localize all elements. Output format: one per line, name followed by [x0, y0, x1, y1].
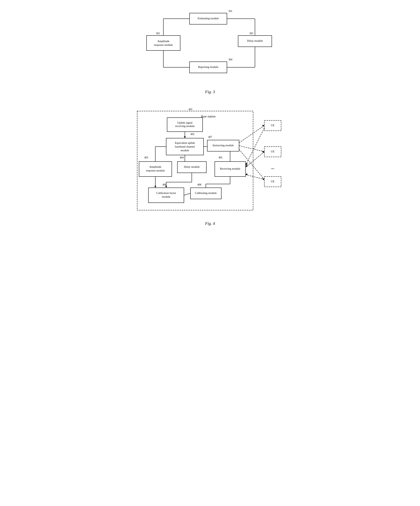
- n407-label: 407: [208, 136, 212, 138]
- dashed-ue3-recv: [246, 175, 264, 179]
- line-delay-calib-head: [165, 186, 167, 188]
- n304-label: 304: [228, 58, 232, 61]
- equiv-line2: baseband channel: [175, 145, 195, 148]
- n301-label: 301: [228, 10, 232, 13]
- calib-line2: module: [162, 195, 170, 198]
- fig4-container: Base station 401 Uplink signal receiving…: [133, 102, 287, 226]
- fig3-caption: Fig. 3: [137, 89, 283, 94]
- n403-label: 403: [144, 156, 148, 159]
- arrow-uplink-equiv-head: [184, 136, 186, 138]
- amplitude-line2: response module: [154, 43, 173, 46]
- delay-module-label: Delay module: [247, 39, 263, 42]
- amplitude-line1: Amplitude: [157, 40, 169, 43]
- n303-label: 303: [249, 32, 253, 35]
- n401-label: 401: [189, 108, 192, 111]
- reporting-module-label: Reporting module: [198, 66, 218, 68]
- delay4-label: Delay module: [184, 165, 200, 168]
- amp4-line2: response module: [146, 169, 165, 172]
- n405-label: 405: [218, 156, 223, 159]
- equiv-line3: module: [181, 149, 189, 152]
- base-station-label: Base station: [201, 115, 216, 118]
- fig3-diagram: Estimating module 301 Amplitude response…: [137, 7, 283, 86]
- line-calib-calibrating: [184, 193, 190, 195]
- uplink-line2: receiving module: [175, 125, 195, 127]
- fig3-container: Estimating module 301 Amplitude response…: [137, 7, 283, 94]
- dashed-inst-ue2: [239, 146, 264, 152]
- n408-label: 408: [197, 183, 201, 186]
- uplink-line1: Uplink signal: [177, 121, 192, 124]
- estimating-module-label: Estimating module: [197, 17, 219, 20]
- amp4-line1: Amplitude: [149, 165, 161, 168]
- ue2-label: UE: [271, 150, 275, 153]
- n402-label: 402: [190, 133, 194, 136]
- calibrating-label: Calibrating module: [195, 192, 217, 194]
- instructing-label: Instructing module: [212, 144, 234, 147]
- dashed-ue2-recv: [246, 152, 264, 167]
- n302-label: 302: [156, 32, 160, 35]
- ue1-label: UE: [271, 124, 275, 127]
- fig4-diagram: Base station 401 Uplink signal receiving…: [133, 102, 287, 218]
- n404-label: 404: [180, 156, 184, 159]
- n406-label: 406: [162, 183, 166, 186]
- receiving-label: Receiving module: [220, 167, 240, 170]
- amplitude-module-box: [146, 35, 180, 51]
- equiv-line1: Equivalent uplink: [175, 141, 195, 144]
- calib-line1: Calibration factor: [156, 192, 176, 194]
- ue3-label: UE: [271, 180, 275, 183]
- fig4-caption: Fig. 4: [133, 221, 287, 226]
- dashed-inst-ue1: [239, 126, 264, 143]
- line-amp-calib-head: [154, 186, 156, 188]
- dots-label: ...: [271, 165, 274, 170]
